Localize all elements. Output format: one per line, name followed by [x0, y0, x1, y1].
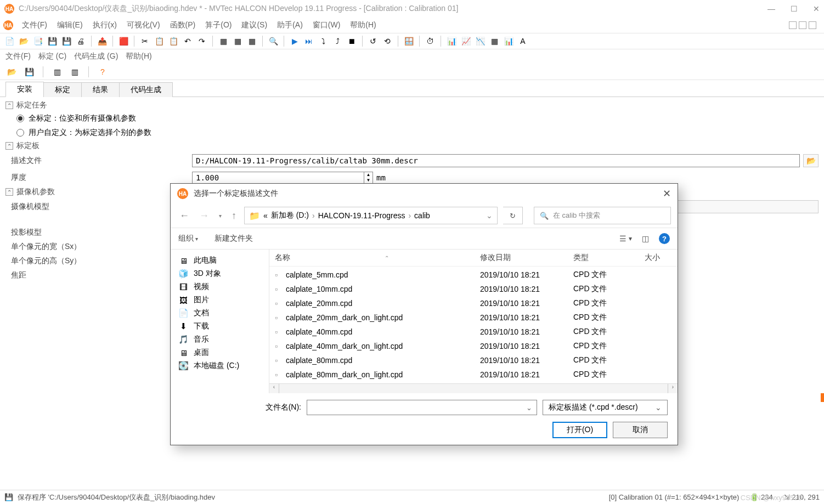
col-header-name[interactable]: 名称 [275, 253, 290, 263]
menu-help[interactable]: 帮助(H) [346, 19, 380, 31]
view-mode-button[interactable]: ☰ ▾ [619, 234, 632, 243]
file-list[interactable]: ▫calplate_5mm.cpd2019/10/10 18:21CPD 文件▫… [269, 267, 678, 383]
panel-right-icon[interactable]: ▥ [69, 66, 81, 78]
tab-results[interactable]: 结果 [81, 82, 120, 97]
maximize-button[interactable]: ☐ [791, 4, 798, 13]
tree-item[interactable]: 🧊3D 对象 [171, 267, 269, 280]
mdi-close-icon[interactable] [809, 21, 816, 29]
tree-item[interactable]: 📄文档 [171, 307, 269, 320]
open2-icon[interactable]: 📑 [32, 35, 44, 47]
win-icon[interactable]: 🪟 [403, 35, 415, 47]
undo-icon[interactable]: ↶ [182, 35, 194, 47]
nav-forward-button[interactable]: → [197, 210, 211, 222]
tree-item[interactable]: ⬇下载 [171, 320, 269, 333]
panel1-icon[interactable]: ▦ [217, 35, 229, 47]
reset2-icon[interactable]: ⟲ [381, 35, 393, 47]
chart1-icon[interactable]: 📊 [445, 35, 458, 47]
submenu-file[interactable]: 文件(F) [5, 52, 31, 61]
menu-operators[interactable]: 算子(O) [201, 19, 236, 31]
menu-file[interactable]: 文件(F) [18, 19, 52, 31]
tree-item[interactable]: 🎵音乐 [171, 333, 269, 346]
stepin-icon[interactable]: ⤴ [331, 35, 343, 47]
filetype-select[interactable]: 标定板描述 (*.cpd *.descr) ⌄ [543, 400, 668, 415]
panel3-icon[interactable]: ▦ [246, 35, 258, 47]
breadcrumb-bar[interactable]: 📁 « 新加卷 (D:) › HALCON-19.11-Progress › c… [244, 207, 498, 224]
filetype-dropdown-icon[interactable]: ⌄ [655, 403, 662, 412]
section-plate[interactable]: ⌃ 标定板 [5, 140, 819, 152]
mdi-minimize-icon[interactable] [789, 21, 797, 29]
nav-back-button[interactable]: ← [177, 210, 191, 222]
run-icon[interactable]: ▶ [289, 35, 301, 47]
radio-custom-calibration[interactable] [16, 129, 24, 137]
paste-icon[interactable]: 📋 [167, 35, 179, 47]
cut-icon[interactable]: ✂ [139, 35, 151, 47]
horizontal-scrollbar[interactable]: ‹ › [269, 383, 678, 393]
breadcrumb-dropdown-icon[interactable]: ⌄ [486, 211, 493, 220]
tree-item[interactable]: 💽本地磁盘 (C:) [171, 359, 269, 372]
menu-edit[interactable]: 编辑(E) [53, 19, 87, 31]
open-icon[interactable]: 📂 [18, 35, 30, 47]
scroll-left-icon[interactable]: ‹ [269, 384, 279, 393]
file-row[interactable]: ▫calplate_40mm_dark_on_light.cpd2019/10/… [269, 339, 678, 353]
thickness-input[interactable] [193, 173, 364, 182]
refresh-button[interactable]: ↻ [503, 207, 523, 224]
radio-full-calibration[interactable] [16, 115, 24, 122]
submenu-calibrate[interactable]: 标定 (C) [38, 52, 66, 61]
panel2-icon[interactable]: ▦ [232, 35, 244, 47]
copy-icon[interactable]: 📋 [153, 35, 165, 47]
open-button[interactable]: 打开(O) [552, 422, 607, 438]
tab-install[interactable]: 安装 [5, 82, 44, 97]
scroll-handle[interactable] [821, 393, 824, 402]
browse-desc-button[interactable]: 📂 [803, 154, 819, 167]
save-disk-icon[interactable]: 💾 [23, 66, 35, 78]
file-row[interactable]: ▫calplate_10mm.cpd2019/10/10 18:21CPD 文件 [269, 282, 678, 296]
tree-item[interactable]: 🖥此电脑 [171, 254, 269, 267]
folder-tree[interactable]: 🖥此电脑🧊3D 对象🎞视频🖼图片📄文档⬇下载🎵音乐🖥桌面💽本地磁盘 (C:) [171, 250, 269, 393]
help-icon[interactable]: ? [97, 66, 109, 78]
panel-left-icon[interactable]: ▥ [51, 66, 63, 78]
breadcrumb-item[interactable]: 新加卷 (D:) [271, 211, 309, 220]
file-row[interactable]: ▫calplate_5mm.cpd2019/10/10 18:21CPD 文件 [269, 268, 678, 282]
spin-down-icon[interactable]: ▼ [364, 178, 373, 183]
menu-window[interactable]: 窗口(W) [308, 19, 345, 31]
search-input[interactable]: 🔍 在 calib 中搜索 [534, 207, 671, 224]
saveall-icon[interactable]: 💾 [60, 35, 72, 47]
file-row[interactable]: ▫calplate_80mm.cpd2019/10/10 18:21CPD 文件 [269, 353, 678, 367]
file-row[interactable]: ▫calplate_40mm.cpd2019/10/10 18:21CPD 文件 [269, 325, 678, 339]
tree-item[interactable]: 🎞视频 [171, 280, 269, 293]
scroll-right-icon[interactable]: › [668, 384, 678, 393]
new-folder-button[interactable]: 新建文件夹 [215, 234, 253, 243]
menu-functions[interactable]: 函数(P) [166, 19, 200, 31]
save-icon[interactable]: 💾 [46, 35, 58, 47]
cancel-button[interactable]: 取消 [613, 422, 668, 438]
stop2-icon[interactable]: ⏹ [346, 35, 358, 47]
organize-button[interactable]: 组织 [178, 234, 198, 243]
stepover-icon[interactable]: ⤵ [317, 35, 329, 47]
new-icon[interactable]: 📄 [3, 35, 15, 47]
stop-icon[interactable]: 🟥 [117, 35, 129, 47]
file-row[interactable]: ▫calplate_20mm_dark_on_light.cpd2019/10/… [269, 310, 678, 325]
file-row[interactable]: ▫calplate_20mm.cpd2019/10/10 18:21CPD 文件 [269, 296, 678, 310]
export-icon[interactable]: 📤 [96, 35, 108, 47]
tree-item[interactable]: 🖥桌面 [171, 346, 269, 359]
help-button[interactable]: ? [659, 233, 670, 244]
col-header-size[interactable]: 大小 [645, 253, 672, 263]
table-icon[interactable]: ▦ [488, 35, 500, 47]
nav-up-button[interactable]: ↑ [229, 210, 239, 222]
breadcrumb-item[interactable]: calib [414, 211, 430, 220]
filename-input[interactable]: ⌄ [307, 400, 537, 415]
col-header-date[interactable]: 修改日期 [480, 253, 573, 263]
timer-icon[interactable]: ⏱ [424, 35, 436, 47]
chart3-icon[interactable]: 📉 [474, 35, 486, 47]
print-icon[interactable]: 🖨 [75, 35, 87, 47]
menu-suggestions[interactable]: 建议(S) [237, 19, 272, 31]
menu-visualize[interactable]: 可视化(V) [122, 19, 165, 31]
menu-execute[interactable]: 执行(x) [88, 19, 121, 31]
reset-icon[interactable]: ↺ [367, 35, 379, 47]
preview-pane-button[interactable]: ◫ [642, 234, 649, 243]
dialog-close-button[interactable]: ✕ [663, 188, 671, 200]
filename-dropdown-icon[interactable]: ⌄ [522, 404, 537, 412]
tab-calibrate[interactable]: 标定 [43, 82, 82, 97]
spin-up-icon[interactable]: ▲ [364, 172, 373, 178]
tab-codegen[interactable]: 代码生成 [119, 82, 173, 97]
